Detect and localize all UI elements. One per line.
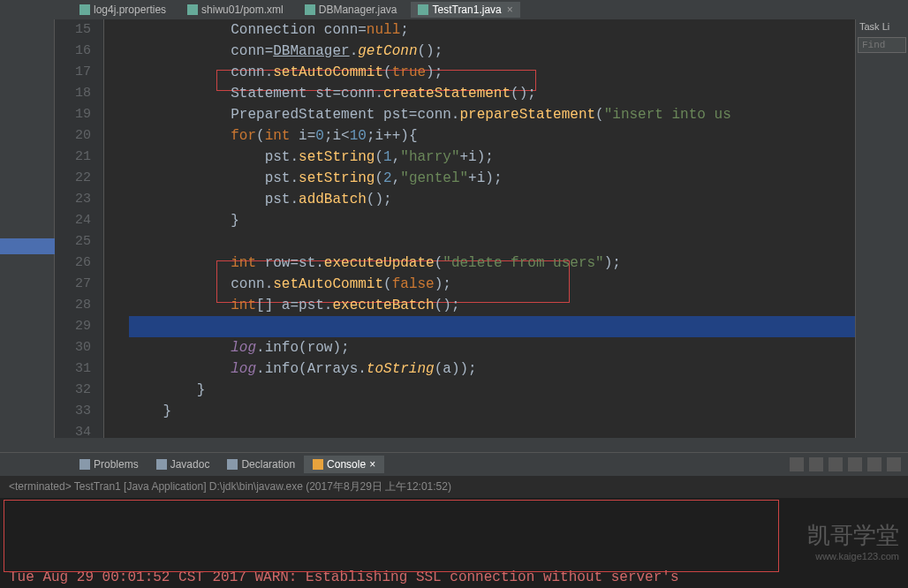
console-output[interactable]: Tue Aug 29 00:01:52 CST 2017 WARN: Estab…	[0, 498, 908, 588]
code-line[interactable]: PreparedStatement pst=conn.prepareStatem…	[129, 104, 855, 125]
line-number: 27	[55, 274, 103, 295]
line-number: 16	[55, 41, 103, 62]
code-line[interactable]: log.info(Arrays.toString(a));	[129, 358, 855, 380]
line-number: 17	[55, 62, 103, 83]
code-line[interactable]: }	[129, 380, 855, 401]
code-line[interactable]: Statement st=conn.createStatement();	[129, 83, 855, 104]
file-icon	[79, 4, 90, 15]
close-icon[interactable]: ×	[507, 4, 513, 16]
line-number: 30	[55, 337, 103, 358]
line-number: 20	[55, 125, 103, 147]
line-number: 19	[55, 104, 103, 125]
line-number: 29	[55, 316, 103, 337]
line-number: 21	[55, 147, 103, 168]
xml-icon	[187, 4, 198, 15]
code-line[interactable]	[129, 422, 855, 438]
console-icon	[313, 459, 323, 470]
code-line[interactable]	[129, 316, 855, 337]
bottom-panel: ProblemsJavadocDeclarationConsole × <ter…	[0, 452, 908, 588]
tab-label: shiwu01/pom.xml	[201, 4, 284, 16]
line-number: 31	[55, 358, 103, 380]
tab-label: DBManager.java	[319, 4, 397, 16]
code-line[interactable]: conn.setAutoCommit(true);	[129, 62, 855, 83]
editor-tab[interactable]: shiwu01/pom.xml	[180, 2, 291, 18]
line-number: 22	[55, 168, 103, 189]
bottom-tab-console[interactable]: Console ×	[304, 456, 384, 473]
line-number: 24	[55, 210, 103, 231]
pin-console-icon[interactable]	[790, 457, 804, 471]
line-number: 23	[55, 189, 103, 210]
line-gutter: 1516171819202122232425262728293031323334	[55, 19, 104, 438]
line-number: 28	[55, 295, 103, 316]
code-line[interactable]: log.info(row);	[129, 337, 855, 358]
problems-icon	[79, 459, 90, 470]
bottom-tab-label: Problems	[94, 458, 139, 471]
task-panel: Task Li Find	[855, 19, 908, 438]
code-line[interactable]: int row=st.executeUpdate("delete from us…	[129, 253, 855, 274]
declaration-icon	[227, 459, 238, 470]
code-line[interactable]	[129, 231, 855, 253]
editor-tab[interactable]: DBManager.java	[298, 2, 405, 18]
code-line[interactable]: Connection conn=null;	[129, 19, 855, 41]
code-line[interactable]: for(int i=0;i<10;i++){	[129, 125, 855, 147]
editor-tabs: log4j.propertiesshiwu01/pom.xmlDBManager…	[0, 0, 908, 19]
bottom-tab-problems[interactable]: Problems	[71, 456, 148, 473]
line-number: 33	[55, 401, 103, 422]
line-number: 25	[55, 231, 103, 253]
code-line[interactable]: conn=DBManager.getConn();	[129, 41, 855, 62]
task-panel-title: Task Li	[856, 19, 908, 34]
close-icon[interactable]: ×	[369, 458, 375, 471]
code-line[interactable]: conn.setAutoCommit(false);	[129, 274, 855, 295]
code-editor[interactable]: 1516171819202122232425262728293031323334…	[55, 19, 855, 438]
scroll-lock-icon[interactable]	[867, 457, 882, 471]
line-number: 26	[55, 253, 103, 274]
display-selected-icon[interactable]	[809, 457, 823, 471]
java-icon	[418, 4, 428, 15]
line-number: 15	[55, 19, 103, 41]
editor-scrollbar[interactable]	[0, 438, 908, 452]
line-number: 34	[55, 422, 103, 438]
code-line[interactable]: }	[129, 401, 855, 422]
code-line[interactable]: pst.setString(2,"gentel"+i);	[129, 168, 855, 189]
bottom-tab-javadoc[interactable]: Javadoc	[148, 456, 219, 473]
code-line[interactable]: pst.addBatch();	[129, 189, 855, 210]
console-status: <terminated> TestTran1 [Java Application…	[0, 476, 908, 498]
code-line[interactable]: pst.setString(1,"harry"+i);	[129, 147, 855, 168]
bottom-tab-declaration[interactable]: Declaration	[218, 456, 304, 473]
editor-tab[interactable]: TestTran1.java×	[411, 2, 519, 18]
console-line: Tue Aug 29 00:01:52 CST 2017 WARN: Estab…	[9, 567, 899, 588]
clear-console-icon[interactable]	[848, 457, 862, 471]
java-icon	[305, 4, 315, 15]
tab-label: log4j.properties	[94, 4, 166, 16]
open-console-icon[interactable]	[887, 457, 901, 471]
main-area: 1516171819202122232425262728293031323334…	[0, 19, 908, 438]
bottom-tabs: ProblemsJavadocDeclarationConsole ×	[0, 453, 908, 476]
left-sidebar	[0, 19, 55, 438]
code-line[interactable]: }	[129, 210, 855, 231]
remove-launch-icon[interactable]	[829, 457, 843, 471]
bottom-tab-label: Javadoc	[170, 458, 210, 471]
line-number: 32	[55, 380, 103, 401]
line-number: 18	[55, 83, 103, 104]
bottom-tab-label: Console	[327, 458, 366, 471]
find-input[interactable]: Find	[858, 37, 906, 53]
bottom-tab-label: Declaration	[241, 458, 295, 471]
editor-tab[interactable]: log4j.properties	[72, 2, 173, 18]
tab-label: TestTran1.java	[432, 4, 501, 16]
annotation-box-3	[4, 500, 779, 572]
sidebar-selection[interactable]	[0, 238, 55, 254]
code-line[interactable]: int[] a=pst.executeBatch();	[129, 295, 855, 316]
javadoc-icon	[156, 459, 167, 470]
console-toolbar	[790, 457, 908, 471]
code-content[interactable]: Connection conn=null; conn=DBManager.get…	[104, 19, 855, 438]
